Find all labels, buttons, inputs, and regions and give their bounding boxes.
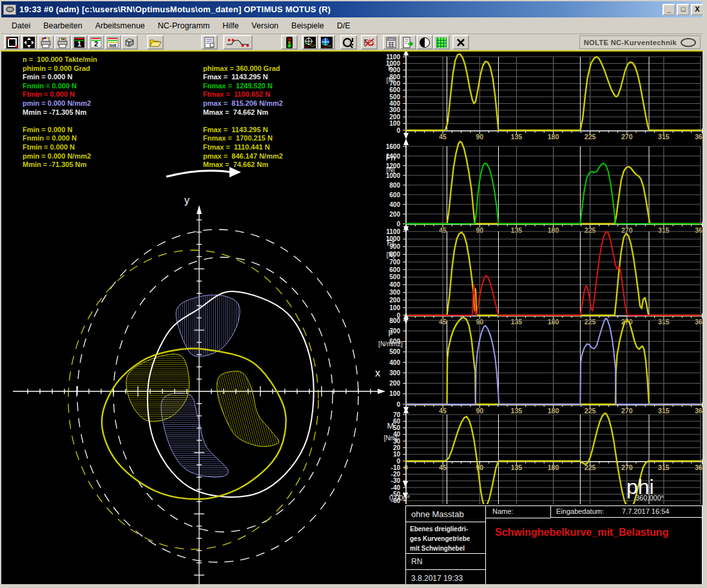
- motion-diagram-icon: [224, 36, 251, 49]
- toolbar-button-export[interactable]: [400, 35, 416, 50]
- svg-text:270: 270: [621, 133, 633, 141]
- mechanism-description: Ebenes dreigliedri- ges Kurvengetriebe m…: [406, 522, 486, 554]
- toolbar-button-view-2[interactable]: 2: [88, 35, 104, 50]
- svg-text:70: 70: [393, 411, 401, 418]
- nolte-logo-icon: [6, 6, 14, 12]
- view-1-icon: 1: [73, 36, 86, 49]
- menu-item-de[interactable]: D/E: [331, 19, 357, 32]
- toolbar-button-curves-grid[interactable]: [302, 35, 318, 50]
- stat-line: Fmax = 1143.295 N: [203, 126, 283, 135]
- svg-text:-10: -10: [391, 464, 401, 471]
- open-folder-icon: [149, 36, 162, 49]
- traffic-light-icon: [283, 36, 296, 49]
- maximize-button[interactable]: □: [677, 4, 690, 15]
- print-color-icon: [39, 36, 52, 49]
- stat-line: Fnmax = 1249.520 N: [203, 82, 283, 91]
- menu-item-bearbeiten[interactable]: Bearbeiten: [37, 19, 88, 32]
- svg-text:600: 600: [389, 191, 400, 199]
- stat-line: Fnmin = 0.000 N: [23, 82, 97, 91]
- menu-item-beispiele[interactable]: Beispiele: [285, 19, 331, 32]
- calculator-icon: [385, 36, 398, 49]
- toolbar-button-view-1[interactable]: 1: [71, 35, 88, 50]
- svg-text:300: 300: [389, 289, 400, 296]
- author-initials: RN: [406, 554, 486, 570]
- toolbar-button-traffic-light[interactable]: [281, 35, 298, 50]
- svg-text:200: 200: [389, 211, 400, 218]
- menu-item-datei[interactable]: Datei: [5, 19, 37, 32]
- svg-text:315: 315: [658, 464, 670, 471]
- toolbar-button-notes[interactable]: [201, 35, 218, 50]
- svg-text:225: 225: [585, 407, 596, 415]
- svg-text:200: 200: [389, 380, 400, 387]
- menu-item-ncprogramm[interactable]: NC-Programm: [151, 19, 217, 32]
- chart-F: 010020030040050060070080090010001100F[N]…: [386, 52, 707, 141]
- toolbar-button-force-curves[interactable]: F: [361, 35, 378, 50]
- stat-line: Mmin = -71.305 Nm: [23, 108, 97, 117]
- vendor-logo-text: NOLTE NC-Kurventechnik: [584, 39, 677, 46]
- close-button[interactable]: X: [691, 4, 704, 15]
- view-2-icon: 2: [90, 36, 102, 49]
- menu-item-version[interactable]: Version: [245, 19, 285, 32]
- contrast-icon: [418, 36, 431, 49]
- description-line: ges Kurvengetriebe: [410, 534, 485, 544]
- toolbar-button-fit-view[interactable]: [21, 35, 37, 50]
- toolbar-button-print-color[interactable]: [37, 35, 54, 50]
- svg-text:180: 180: [548, 407, 559, 415]
- menu-item-hilfe[interactable]: Hilfe: [216, 19, 245, 32]
- svg-text:[Nm]: [Nm]: [383, 435, 397, 442]
- menu-bar: DateiBearbeitenArbeitsmenueNC-ProgrammHi…: [1, 17, 706, 34]
- stat-line: phimin = 0.000 Grad: [23, 64, 97, 74]
- zoom-frame-icon: [6, 36, 19, 49]
- svg-text:0: 0: [396, 127, 400, 134]
- svg-text:1600: 1600: [386, 143, 401, 150]
- toolbar-button-animation[interactable]: [433, 35, 450, 50]
- toolbar-button-curves-target[interactable]: [318, 35, 335, 50]
- svg-text:-20: -20: [391, 471, 401, 478]
- svg-text:45: 45: [439, 133, 447, 141]
- stat-line: Fmax = 1143.295 N: [203, 73, 283, 82]
- svg-text:[N/mm2]: [N/mm2]: [378, 340, 403, 348]
- svg-text:200: 200: [389, 113, 400, 121]
- svg-text:300: 300: [389, 369, 400, 377]
- svg-text:0: 0: [396, 220, 400, 228]
- svg-text:135: 135: [511, 407, 523, 415]
- svg-text:360.000°: 360.000°: [635, 494, 664, 502]
- svg-text:600: 600: [389, 86, 400, 93]
- menu-item-arbeitsmenue[interactable]: Arbeitsmenue: [89, 19, 151, 32]
- toolbar-button-box-3d[interactable]: [121, 35, 138, 50]
- chart-Fn: 02004006008001000120014001600Fn[N]459013…: [385, 139, 707, 234]
- stat-line: Fmin = 0.000 N: [23, 73, 97, 82]
- svg-text:200: 200: [389, 297, 400, 304]
- minimize-button[interactable]: _: [663, 4, 675, 15]
- toolbar-button-init[interactable]: Init: [104, 35, 121, 50]
- toolbar-button-motion-diagram[interactable]: [223, 35, 253, 50]
- chart-M: -70-60-50-40-30-20-10010203040506070M[Nm…: [383, 407, 707, 504]
- svg-text:2: 2: [94, 40, 98, 48]
- stat-line: Fnmin = 0.000 N: [23, 134, 97, 143]
- svg-text:700: 700: [389, 259, 400, 266]
- svg-text:100: 100: [389, 304, 400, 311]
- svg-text:20: 20: [393, 444, 401, 451]
- stat-line: [23, 117, 97, 126]
- toolbar: 12InitFNOLTE NC-Kurventechnik: [1, 34, 706, 52]
- toolbar-button-calculator[interactable]: [383, 35, 400, 50]
- svg-text:100: 100: [389, 120, 400, 127]
- toolbar-button-zoom-frame[interactable]: [4, 35, 21, 50]
- svg-text:180: 180: [548, 464, 559, 471]
- toolbar-button-print-bw[interactable]: [54, 35, 71, 50]
- stats-min-values: n = 100.000 Takte/minphimin = 0.000 Grad…: [23, 55, 97, 170]
- svg-text:600: 600: [389, 266, 400, 273]
- app-icon[interactable]: [3, 5, 16, 15]
- toolbar-button-quick-edit[interactable]: [340, 35, 357, 50]
- stat-line: Fnmax = 1700.215 N: [203, 134, 283, 143]
- toolbar-button-open-folder[interactable]: [147, 35, 164, 50]
- toolbar-button-close-x[interactable]: [452, 35, 469, 50]
- title-bar[interactable]: 19:33 #0 (adm) [c:\users\RN\OptimusMotus…: [1, 1, 706, 17]
- toolbar-button-contrast[interactable]: [416, 35, 433, 50]
- animation-icon: [435, 36, 448, 49]
- input-date-label: Eingabedatum:: [556, 507, 604, 517]
- svg-text:270: 270: [621, 464, 633, 471]
- svg-text:60: 60: [393, 418, 401, 425]
- stat-line: Ftmin = 0.000 N: [23, 90, 97, 99]
- stat-line: Fmin = 0.000 N: [23, 126, 97, 135]
